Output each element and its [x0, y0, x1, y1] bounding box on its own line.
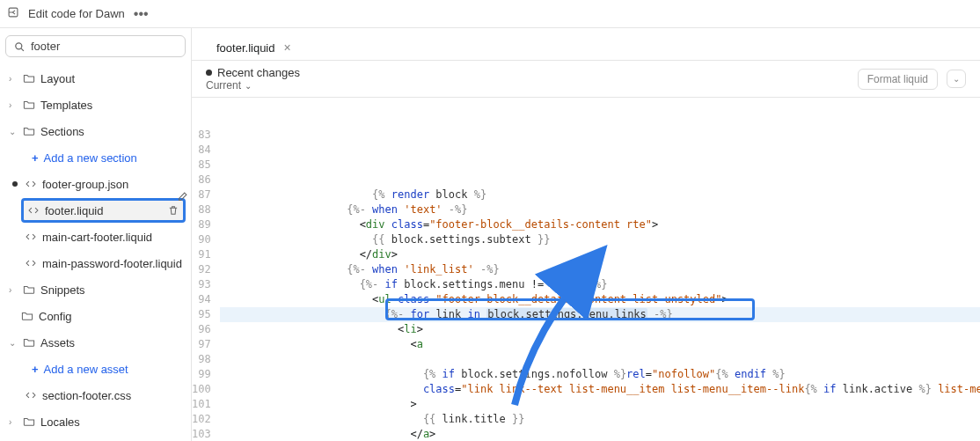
code-line[interactable]: <div class="footer-block__details-conten… [220, 217, 980, 232]
folder-icon [23, 125, 35, 137]
folder-snippets[interactable]: › Snippets [5, 277, 186, 302]
format-dropdown-button[interactable]: ⌄ [947, 70, 966, 88]
folder-label: Layout [40, 72, 75, 85]
tabbar: footer.liquid × [192, 28, 980, 61]
code-icon [25, 178, 37, 190]
pencil-icon[interactable] [176, 191, 188, 203]
code-line[interactable]: {%- when 'text' -%} [220, 202, 980, 217]
folder-layout[interactable]: › Layout [5, 66, 186, 91]
add-new-section[interactable]: + Add a new section [5, 145, 186, 170]
file-label: main-cart-footer.liquid [42, 231, 152, 244]
code-line[interactable]: </div> [220, 247, 980, 262]
file-label: footer-group.json [42, 178, 128, 191]
folder-label: Sections [40, 125, 84, 138]
chevron-down-icon: ⌄ [245, 81, 252, 91]
code-icon [25, 389, 37, 401]
page-title: Edit code for Dawn [28, 7, 125, 20]
chevron-down-icon: ⌄ [9, 338, 18, 348]
code-line[interactable]: {%- for link in block.settings.menu.link… [220, 307, 980, 322]
code-line[interactable]: <li> [220, 322, 980, 337]
search-box[interactable] [5, 35, 186, 57]
folder-icon [23, 99, 35, 111]
file-label: section-footer.css [42, 389, 131, 402]
folder-label: Templates [40, 99, 92, 112]
folder-icon [23, 415, 35, 428]
code-line[interactable]: {% if block.settings.nofollow %}rel="nof… [220, 367, 980, 382]
exit-icon[interactable] [7, 6, 19, 21]
chevron-down-icon: ⌄ [9, 127, 18, 136]
code-line[interactable]: {{ link.title }} [220, 412, 980, 427]
code-line[interactable]: {%- if block.settings.menu != blank -%} [220, 277, 980, 292]
folder-locales[interactable]: › Locales [5, 409, 186, 434]
file-main-password-footer[interactable]: main-password-footer.liquid [5, 251, 186, 276]
file-label: footer.liquid [45, 204, 104, 217]
folder-assets[interactable]: ⌄ Assets [5, 330, 186, 355]
file-main-cart-footer[interactable]: main-cart-footer.liquid [5, 224, 186, 249]
chevron-right-icon: › [9, 417, 18, 427]
code-line[interactable]: </a> [220, 427, 980, 441]
code-icon [25, 257, 37, 269]
code-icon [27, 204, 40, 217]
modified-dot-icon [12, 181, 18, 187]
close-icon[interactable]: × [284, 40, 291, 55]
folder-icon [21, 310, 33, 322]
add-section-label: Add a new section [44, 151, 137, 165]
folder-icon [23, 72, 35, 85]
folder-label: Config [39, 310, 72, 323]
folder-config[interactable]: Config [5, 304, 186, 328]
chevron-right-icon: › [9, 285, 18, 295]
folder-templates[interactable]: › Templates [5, 92, 186, 117]
folder-label: Assets [40, 336, 75, 349]
file-section-footer-css[interactable]: section-footer.css [5, 383, 186, 408]
folder-icon [23, 336, 35, 349]
chevron-right-icon: › [9, 100, 18, 110]
code-line[interactable]: <ul class="footer-block__details-content… [220, 292, 980, 307]
folder-sections[interactable]: ⌄ Sections [5, 119, 186, 143]
code-line[interactable]: {{ block.settings.subtext }} [220, 232, 980, 247]
recent-changes-label: Recent changes [217, 66, 300, 79]
plus-icon: + [32, 151, 39, 165]
file-footer-liquid[interactable]: footer.liquid [21, 198, 186, 223]
code-line[interactable]: class="link link--text list-menu__item l… [220, 382, 980, 397]
file-label: main-password-footer.liquid [42, 257, 182, 270]
modified-dot-icon [206, 70, 212, 76]
format-liquid-button[interactable]: Format liquid [858, 69, 938, 90]
add-asset-label: Add a new asset [44, 363, 128, 376]
code-line[interactable] [220, 352, 980, 367]
code-line[interactable]: <a [220, 337, 980, 352]
code-line[interactable]: > [220, 397, 980, 412]
file-footer-group[interactable]: footer-group.json [5, 172, 186, 196]
folder-icon [23, 283, 35, 296]
search-icon [13, 40, 26, 53]
code-editor[interactable]: 8384858687888990919293949596979899100101… [192, 98, 980, 441]
code-line[interactable]: {%- when 'link_list' -%} [220, 262, 980, 277]
current-version-dropdown[interactable]: Current ⌄ [206, 79, 300, 92]
more-icon[interactable]: ••• [134, 6, 149, 22]
folder-label: Locales [40, 415, 80, 429]
tab-label: footer.liquid [216, 41, 275, 55]
svg-point-1 [16, 42, 22, 48]
add-new-asset[interactable]: + Add a new asset [5, 356, 186, 381]
folder-label: Snippets [40, 283, 85, 297]
plus-icon: + [32, 363, 39, 376]
code-line[interactable]: {% render block %} [220, 187, 980, 202]
code-icon [25, 231, 37, 243]
sidebar: › Layout › Templates ⌄ Sections + Add a … [0, 28, 192, 441]
tab-footer-liquid[interactable]: footer.liquid × [206, 35, 302, 60]
search-input[interactable] [31, 40, 179, 53]
trash-icon[interactable] [167, 204, 179, 217]
chevron-right-icon: › [9, 74, 18, 84]
